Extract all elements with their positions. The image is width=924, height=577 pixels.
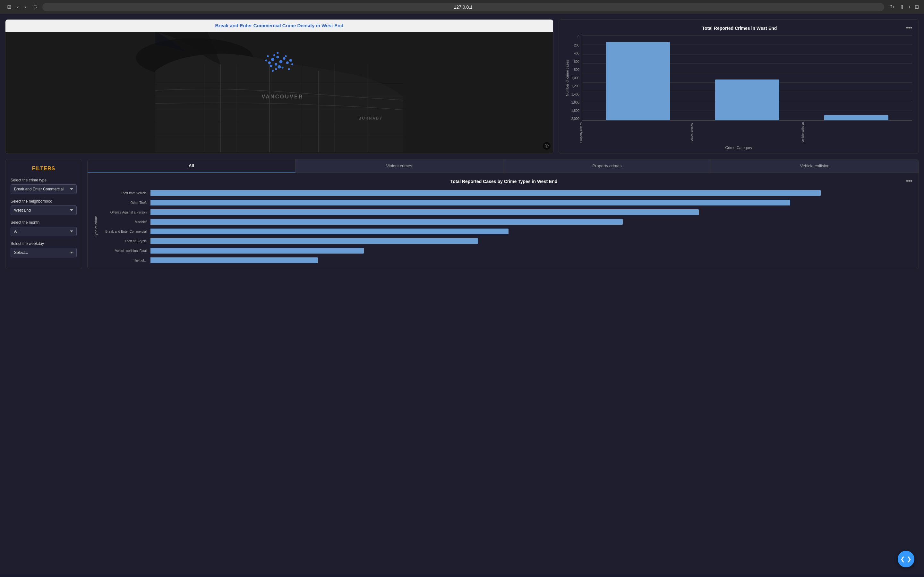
crime-type-panel: All Violent crimes Property crimes Vehic… — [87, 159, 919, 269]
svg-point-28 — [289, 59, 292, 61]
tab-violent[interactable]: Violent crimes — [296, 159, 503, 172]
svg-point-26 — [270, 65, 272, 67]
neighborhood-label: Select the neighborhood — [11, 199, 77, 203]
tabs-btn[interactable]: ⊞ — [915, 4, 919, 10]
h-bar-chart: Theft from Vehicle Other Theft Offence A… — [98, 190, 912, 263]
back-btn[interactable]: ‹ — [15, 3, 21, 11]
neighborhood-select[interactable]: West End Downtown Kitsilano — [11, 205, 77, 215]
hbar-break-enter — [150, 228, 912, 235]
neighborhood-filter-group: Select the neighborhood West End Downtow… — [11, 199, 77, 215]
svg-point-30 — [267, 55, 269, 57]
nav-arrow-icon: ❮ ❯ — [900, 556, 911, 562]
month-filter-group: Select the month All January February Ma… — [11, 220, 77, 236]
map-title-bar: Break and Enter Commercial Crime Density… — [5, 19, 553, 32]
total-crimes-menu-btn[interactable]: ••• — [906, 25, 912, 31]
bar-vehicle-collision-rect — [824, 115, 888, 120]
svg-point-18 — [275, 63, 277, 66]
hchart-body: Type of crime Theft from Vehicle Other T… — [94, 190, 912, 263]
share-btn[interactable]: ⬆ — [900, 4, 904, 10]
tab-property[interactable]: Property crimes — [503, 159, 711, 172]
total-crimes-chart-panel: Total Reported Crimes in West End ••• Nu… — [559, 19, 919, 154]
label-offence-person: Offence Against a Person — [98, 209, 147, 215]
svg-text:VANCOUVER: VANCOUVER — [262, 93, 304, 99]
top-section: Break and Enter Commercial Crime Density… — [5, 19, 919, 154]
hbar-mischief — [150, 219, 912, 225]
svg-point-15 — [271, 58, 274, 61]
bar-property-crimes-rect — [606, 42, 670, 120]
label-mischief: Mischief — [98, 219, 147, 225]
weekday-filter-group: Select the weekday Select... Monday Tues… — [11, 242, 77, 258]
svg-point-29 — [275, 68, 277, 70]
svg-point-17 — [279, 60, 282, 63]
x-label-property: Property crimes — [580, 122, 690, 144]
forward-btn[interactable]: › — [23, 3, 28, 11]
map-svg: VANCOUVER BURNABY — [5, 32, 553, 152]
svg-point-22 — [273, 54, 275, 56]
hbar-other-theft — [150, 199, 912, 206]
h-bars-area — [150, 190, 912, 263]
hbar-chart-wrapper: Theft from Vehicle Other Theft Offence A… — [98, 190, 912, 263]
tab-vehicle[interactable]: Vehicle collision — [711, 159, 919, 172]
x-axis-title: Crime Category — [565, 145, 912, 150]
svg-point-23 — [265, 59, 267, 61]
x-label-violent: Violent crimes — [690, 122, 801, 144]
svg-point-24 — [286, 61, 289, 64]
new-tab-btn[interactable]: + — [908, 4, 911, 10]
total-crimes-chart-title: Total Reported Crimes in West End — [573, 26, 906, 31]
hbar-fill-vehicle-fatal — [150, 248, 364, 253]
hbar-fill-theft-other — [150, 258, 318, 263]
tab-all[interactable]: All — [87, 159, 296, 172]
attribution-icon: ⓘ — [545, 143, 549, 149]
svg-point-32 — [272, 70, 274, 72]
label-break-enter: Break and Enter Commercial — [98, 228, 147, 235]
hbar-theft-other — [150, 257, 912, 263]
svg-point-34 — [276, 52, 278, 54]
hbar-fill-break-enter — [150, 229, 509, 234]
svg-point-19 — [283, 57, 286, 60]
y-axis-title: Number of crime cases — [565, 35, 569, 121]
svg-point-31 — [291, 63, 293, 65]
map-attribution: ⓘ — [543, 142, 551, 150]
hbar-fill-theft-vehicle — [150, 190, 821, 196]
label-theft-vehicle: Theft from Vehicle — [98, 190, 147, 196]
nav-arrow-btn[interactable]: ❮ ❯ — [898, 551, 914, 567]
h-y-axis: Theft from Vehicle Other Theft Offence A… — [98, 190, 149, 263]
svg-point-25 — [282, 67, 284, 69]
hbar-theft-vehicle — [150, 190, 912, 196]
browser-chrome: ⊞ ‹ › 🛡 ↻ ⬆ + ⊞ — [0, 0, 924, 14]
hbar-fill-offence-person — [150, 210, 699, 215]
x-axis-labels: Property crimes Violent crimes Vehicle c… — [565, 122, 912, 144]
bars-container — [582, 35, 912, 121]
tabs-row: All Violent crimes Property crimes Vehic… — [87, 159, 919, 173]
hbar-fill-mischief — [150, 219, 623, 225]
reload-btn[interactable]: ↻ — [888, 3, 896, 11]
main-content: Break and Enter Commercial Crime Density… — [0, 14, 924, 574]
hchart-menu-btn[interactable]: ••• — [906, 178, 912, 185]
map-title: Break and Enter Commercial Crime Density… — [215, 23, 343, 28]
svg-point-21 — [278, 65, 281, 69]
label-theft-bicycle: Theft of Bicycle — [98, 238, 147, 244]
hbar-vehicle-fatal — [150, 247, 912, 254]
chart-header: Total Reported Crimes in West End ••• — [565, 25, 912, 31]
bar-violent-crimes-rect — [715, 79, 779, 120]
month-label: Select the month — [11, 220, 77, 225]
horizontal-chart-area: Total Reported Cases by Crime Types in W… — [87, 173, 919, 269]
browser-actions: ⬆ + ⊞ — [900, 4, 919, 10]
url-bar[interactable] — [42, 3, 884, 11]
weekday-select[interactable]: Select... Monday Tuesday Wednesday — [11, 248, 77, 258]
bottom-section: FILTERS Select the crime type Break and … — [5, 159, 919, 269]
crime-type-label: Select the crime type — [11, 178, 77, 182]
bar-property-crimes — [585, 35, 691, 120]
label-other-theft: Other Theft — [98, 199, 147, 206]
hbar-theft-bicycle — [150, 238, 912, 244]
crime-type-select[interactable]: Break and Enter Commercial Theft from Ve… — [11, 184, 77, 194]
month-select[interactable]: All January February March — [11, 227, 77, 236]
shield-icon: 🛡 — [32, 4, 39, 10]
filters-panel: FILTERS Select the crime type Break and … — [5, 159, 82, 269]
map-container[interactable]: VANCOUVER BURNABY — [5, 32, 553, 152]
window-toggle-btn[interactable]: ⊞ — [5, 3, 13, 11]
bar-violent-crimes — [694, 35, 800, 120]
hbar-fill-theft-bicycle — [150, 238, 478, 244]
hchart-header: Total Reported Cases by Crime Types in W… — [94, 178, 912, 185]
svg-point-16 — [276, 56, 279, 58]
